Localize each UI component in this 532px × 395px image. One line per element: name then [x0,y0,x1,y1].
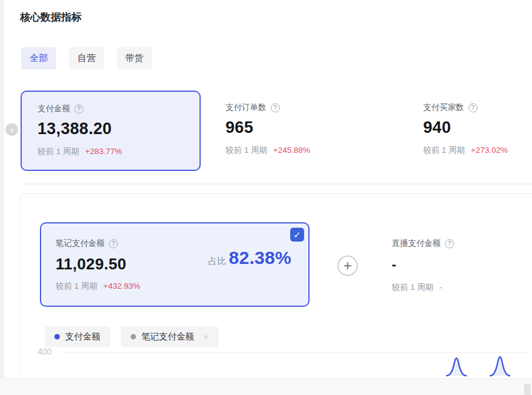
help-icon[interactable]: ? [109,239,118,248]
metric-label: 直播支付金额 [392,238,441,249]
tab-self-operated[interactable]: 自营 [69,47,104,69]
legend-pill-note-payment[interactable]: 笔记支付金额 × [121,326,218,347]
compare-label: 较前 1 周期 [56,281,97,291]
legend-dot-gray-icon [131,334,136,339]
scrollbar-thumb[interactable] [524,384,531,395]
legend-label: 支付金额 [65,331,100,342]
compare-label: 较前 1 周期 [423,146,465,155]
page-title: 核心数据指标 [20,10,82,24]
metric-value: 940 [423,118,532,137]
change-value: +245.88% [273,146,310,155]
cards-row-divider [24,183,532,185]
plus-icon: + [343,259,352,273]
metric-card-payment-amount[interactable]: 支付金额 ? 13,388.20 较前 1 周期 +283.77% [21,91,201,171]
change-value: - [440,283,443,292]
change-value: +432.93% [103,281,140,291]
core-metrics-panel: 核心数据指标 全部 自营 带货 ‹ 支付金额 ? 13,388.20 较前 1 … [0,0,532,395]
metric-label: 支付买家数 [423,102,464,113]
tab-affiliate[interactable]: 带货 [117,47,152,69]
chevron-left-icon: ‹ [10,125,13,135]
sub-card-live-payment[interactable]: 直播支付金额 ? - 较前 1 周期 - [392,222,531,307]
compare-label: 较前 1 周期 [225,146,267,155]
chart-legend: 支付金额 笔记支付金额 × [45,326,218,347]
page-left-gutter [0,0,4,378]
tab-all[interactable]: 全部 [21,47,56,69]
compare-label: 较前 1 周期 [37,147,79,156]
page-bottom-band [0,378,532,395]
metric-card-buyer-count[interactable]: 支付买家数 ? 940 较前 1 周期 +273.02% [423,91,532,171]
ratio-block: 占比 82.38% [208,248,291,268]
help-icon[interactable]: ? [469,103,478,112]
metric-label: 笔记支付金额 [56,238,105,249]
metric-value: - [392,257,531,272]
legend-dot-blue-icon [54,334,60,339]
ratio-value: 82.38% [229,248,291,268]
change-value: +283.77% [85,147,122,156]
legend-label: 笔记支付金额 [141,331,194,342]
metric-card-order-count[interactable]: 支付订单数 ? 965 较前 1 周期 +245.88% [225,91,377,171]
scope-tabs: 全部 自营 带货 [21,47,152,69]
help-icon[interactable]: ? [445,239,454,248]
line-chart-peaks [0,353,532,378]
add-metric-button[interactable]: + [337,255,358,276]
help-icon[interactable]: ? [271,103,280,112]
change-value: +273.02% [471,146,508,155]
sub-card-note-payment[interactable]: ✓ 笔记支付金额 ? 11,029.50 较前 1 周期 +432.93% 占比… [40,222,310,307]
ratio-label: 占比 [208,255,226,267]
metric-label: 支付订单数 [225,102,267,113]
compare-label: 较前 1 周期 [392,283,433,292]
legend-pill-payment-amount[interactable]: 支付金额 [45,326,110,347]
carousel-prev-button[interactable]: ‹ [5,123,18,136]
metric-value: 13,388.20 [37,120,199,138]
metric-value: 965 [225,118,377,137]
help-icon[interactable]: ? [74,104,83,114]
metric-label: 支付金额 [37,103,70,114]
close-icon[interactable]: × [203,332,209,342]
